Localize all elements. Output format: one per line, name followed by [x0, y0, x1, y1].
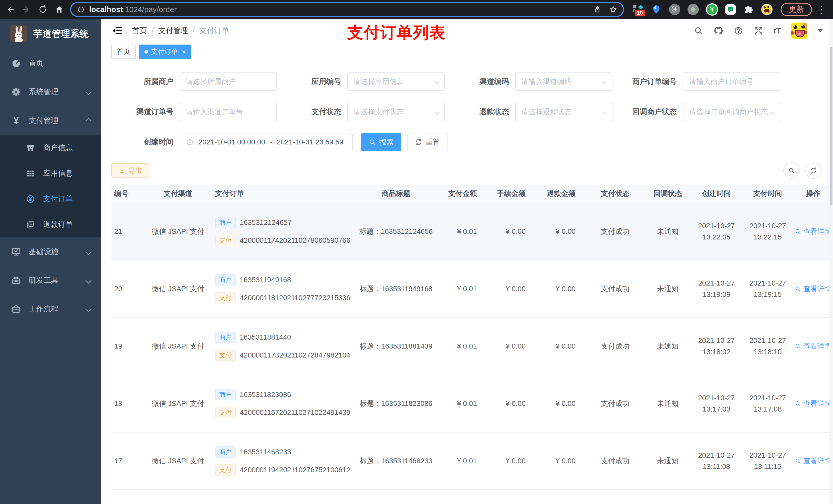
sidebar-subitem-0[interactable]: 商户信息	[0, 135, 101, 161]
filter-field: 渠道订单号请输入渠道订单号	[111, 103, 279, 121]
site-info-icon[interactable]	[77, 5, 85, 14]
address-bar[interactable]: localhost:1024/pay/order	[70, 2, 624, 17]
ext-blocks-icon[interactable]: 10	[632, 4, 643, 15]
navbar-actions: tT	[694, 23, 823, 39]
navbar-github-button[interactable]	[714, 26, 723, 35]
paid-time: 2021-10-2713:22:15	[742, 220, 793, 243]
sidebar-item-1[interactable]: 系统管理	[0, 78, 101, 106]
hide-search-button[interactable]	[783, 162, 800, 179]
view-detail-link[interactable]: 查看详情	[793, 284, 833, 294]
sidebar-item-2[interactable]: ¥支付管理	[0, 106, 101, 135]
chevron-down-icon[interactable]	[818, 29, 823, 32]
export-button-label: 导出	[128, 166, 142, 175]
navbar-fullscreen-button[interactable]	[754, 26, 763, 35]
cell-created: 2021-10-2713:22:05	[691, 220, 742, 243]
filter-row-0: 所属商户请选择所属商户应用编号请选择应用信息渠道编码请输入渠道编码商户订单编号请…	[111, 72, 833, 91]
tab-首页[interactable]: 首页	[111, 45, 136, 59]
cell-paid: 2021-10-2713:17:08	[742, 392, 793, 415]
sidebar-subitem-3[interactable]: 退款订单	[0, 212, 101, 237]
forward-icon	[22, 5, 31, 14]
navbar-help-button[interactable]	[734, 26, 743, 35]
view-detail-link[interactable]: 查看详情	[793, 399, 833, 408]
search-icon	[794, 286, 801, 292]
cell-amount: ¥ 0.01	[441, 227, 487, 236]
cell-pay-status: 支付成功	[586, 399, 645, 408]
search-button[interactable]: 搜索	[361, 133, 401, 151]
merchant-order-no: 1635311949168	[240, 276, 291, 284]
view-detail-link[interactable]: 查看详情	[793, 456, 833, 466]
font-size-button[interactable]: tT	[774, 26, 781, 35]
tab-支付订单[interactable]: 支付订单×	[139, 45, 191, 59]
sidebar-item-4[interactable]: 研发工具	[0, 266, 101, 295]
forward-button[interactable]	[22, 5, 31, 14]
created-time: 2021-10-2713:17:03	[691, 392, 742, 415]
cell-notify-status: 未通知	[645, 226, 691, 236]
active-tab-dot	[144, 50, 148, 53]
cell-created: 2021-10-2713:11:08	[691, 450, 742, 472]
sidebar-subitem-2[interactable]: 支付订单	[0, 186, 101, 212]
tab-close-icon[interactable]: ×	[182, 48, 186, 55]
navbar-search-button[interactable]	[694, 26, 704, 35]
sidebar-item-0[interactable]: 首页	[0, 49, 101, 78]
filter-select[interactable]: 请输入渠道编码	[515, 72, 613, 91]
cell-id: 20	[111, 285, 143, 293]
filter-label: 所属商户	[111, 77, 180, 87]
date-range-input[interactable]: 2021-10-01 00:00:00-2021-10-31 23:59:59	[180, 133, 353, 151]
sidebar-toggle-icon[interactable]	[111, 25, 123, 37]
share-icon[interactable]	[593, 5, 601, 14]
merchant-tag: 商户	[215, 447, 236, 458]
page-scrollbar-thumb[interactable]	[830, 47, 832, 206]
workflow-icon	[10, 304, 22, 314]
yen-icon: ¥	[10, 116, 22, 125]
home-button[interactable]	[54, 5, 64, 14]
filter-field: 支付状态请选择支付状态	[279, 103, 447, 121]
filter-input[interactable]: 请输入商户订单编号	[683, 72, 780, 91]
filter-select[interactable]: 请选择订单回调商户状态	[683, 103, 780, 121]
sidebar-subitem-1[interactable]: 应用信息	[0, 161, 101, 186]
filter-select[interactable]: 请选择退款状态	[515, 103, 613, 121]
sidebar-item-label: 支付管理	[29, 116, 58, 126]
export-button[interactable]: 导出	[111, 163, 149, 178]
sidebar-item-5[interactable]: 工作流程	[0, 295, 101, 323]
back-button[interactable]	[5, 5, 15, 14]
paid-time: 2021-10-2713:11:15	[742, 450, 793, 472]
pay-order-icon	[25, 194, 37, 204]
browser-update-button[interactable]: 更新	[781, 3, 812, 16]
filter-select[interactable]: 请选择支付状态	[347, 103, 445, 121]
breadcrumb-item-1[interactable]: 支付管理	[158, 26, 188, 36]
ext-chat-icon[interactable]	[725, 4, 736, 15]
table-row: 18微信 JSAPI 支付商户1635311823086支付4200001167…	[111, 375, 833, 433]
refresh-table-button[interactable]	[805, 162, 822, 179]
ext-y-icon[interactable]: Y	[706, 3, 718, 16]
ext-command-icon[interactable]: ⌘	[669, 4, 680, 15]
filter-input[interactable]: 请输入渠道订单号	[180, 103, 277, 121]
browser-menu-icon[interactable]: ⋮	[814, 4, 828, 15]
table-header-row: 编号支付渠道支付订单商品标题支付金额手续金额退款金额支付状态回调状态创建时间支付…	[111, 185, 833, 203]
reset-button[interactable]: 重置	[407, 133, 448, 151]
ext-record-icon[interactable]	[688, 4, 699, 15]
ext-pin-icon[interactable]	[651, 4, 662, 15]
bookmark-star-icon[interactable]	[609, 5, 617, 14]
cell-notify-status: 未通知	[645, 456, 691, 466]
view-detail-link[interactable]: 查看详情	[793, 341, 833, 351]
view-detail-link[interactable]: 查看详情	[793, 226, 833, 236]
filter-select[interactable]: 请选择应用信息	[347, 72, 445, 91]
user-avatar[interactable]	[791, 23, 807, 39]
column-header-0: 编号	[111, 189, 143, 198]
ext-emoji-icon[interactable]	[761, 4, 772, 15]
cell-fee: ¥ 0.00	[487, 400, 536, 408]
app-logo[interactable]: 芋道管理系统	[0, 19, 101, 49]
cell-pay-status: 支付成功	[586, 284, 645, 294]
filter-input[interactable]: 请选择所属商户	[180, 72, 277, 91]
filter-label: 回调商户状态	[615, 107, 683, 117]
ext-puzzle-icon[interactable]	[743, 4, 754, 15]
github-icon	[714, 26, 723, 35]
cell-action: 查看详情	[793, 399, 833, 408]
toolbox-icon	[10, 275, 22, 286]
chevron-down-icon	[85, 89, 91, 95]
sidebar-item-3[interactable]: 基础设施	[0, 237, 101, 266]
shop-icon	[25, 143, 37, 153]
breadcrumb-item-0[interactable]: 首页	[132, 26, 147, 36]
cell-created: 2021-10-2713:18:02	[691, 335, 742, 358]
reload-button[interactable]	[38, 5, 48, 14]
